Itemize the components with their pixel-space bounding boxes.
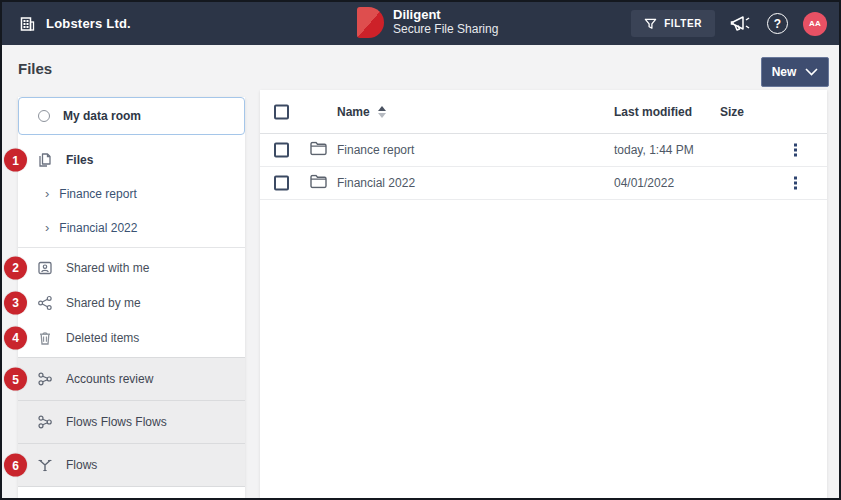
column-header-modified[interactable]: Last modified xyxy=(614,105,692,119)
filter-button[interactable]: FILTER xyxy=(631,10,715,37)
chevron-right-icon: › xyxy=(45,221,49,234)
callout-badge-4: 4 xyxy=(4,326,27,349)
company-block: Lobsters Ltd. xyxy=(2,16,131,32)
building-icon xyxy=(19,16,35,32)
row-menu-kebab-icon[interactable] xyxy=(790,173,801,194)
help-glyph: ? xyxy=(774,17,781,31)
sidebar-item-finance-report[interactable]: › Finance report xyxy=(18,177,245,211)
sidebar-item-shared-with-me[interactable]: 2 Shared with me xyxy=(18,250,245,285)
table-row[interactable]: Financial 2022 04/01/2022 xyxy=(260,167,827,200)
company-name: Lobsters Ltd. xyxy=(46,16,131,31)
table-row[interactable]: Finance report today, 1:44 PM xyxy=(260,134,827,167)
sidebar-flows-section: 5 Accounts review Flows Flows Flows xyxy=(18,357,245,487)
junction-icon xyxy=(37,457,53,473)
select-all-cell xyxy=(274,104,289,119)
name-column-label: Name xyxy=(337,105,370,119)
row-menu-kebab-icon[interactable] xyxy=(790,140,801,161)
sidebar-item-label: Financial 2022 xyxy=(59,221,137,235)
trash-icon xyxy=(37,330,53,346)
top-bar: Lobsters Ltd. Diligent Secure File Shari… xyxy=(2,2,839,45)
avatar-initials: AA xyxy=(809,19,821,28)
callout-badge-1: 1 xyxy=(4,149,27,172)
brand-text: Diligent Secure File Sharing xyxy=(393,8,498,37)
row-select-cell xyxy=(274,143,289,158)
row-checkbox[interactable] xyxy=(274,176,289,191)
sidebar-item-deleted-items[interactable]: 4 Deleted items xyxy=(18,320,245,355)
page-title: Files xyxy=(18,60,52,77)
folder-icon xyxy=(310,175,327,192)
sort-icon xyxy=(378,106,386,118)
new-button-label: New xyxy=(772,65,797,79)
topbar-actions: FILTER ? AA xyxy=(631,2,827,45)
files-icon xyxy=(37,152,53,168)
chevron-right-icon: › xyxy=(45,187,49,200)
file-name[interactable]: Finance report xyxy=(337,143,414,157)
table-header-row: Name Last modified Size xyxy=(260,90,827,134)
sidebar: My data room 1 Files › Finance report › … xyxy=(18,97,245,498)
chevron-down-icon xyxy=(805,68,818,76)
callout-badge-3: 3 xyxy=(4,291,27,314)
sidebar-item-shared-by-me[interactable]: 3 Shared by me xyxy=(18,285,245,320)
column-header-size[interactable]: Size xyxy=(720,105,744,119)
select-all-checkbox[interactable] xyxy=(274,104,289,119)
announcements-icon[interactable] xyxy=(730,14,752,34)
dataroom-circle-icon xyxy=(38,110,50,122)
file-modified: 04/01/2022 xyxy=(614,176,674,190)
filter-label: FILTER xyxy=(664,18,702,29)
brand-title: Diligent xyxy=(393,8,498,23)
dataroom-label: My data room xyxy=(63,109,141,123)
sidebar-item-financial-2022[interactable]: › Financial 2022 xyxy=(18,211,245,245)
folder-icon xyxy=(310,142,327,159)
sidebar-item-label: Deleted items xyxy=(66,331,139,345)
brand-block: Diligent Secure File Sharing xyxy=(357,7,498,38)
file-name[interactable]: Financial 2022 xyxy=(337,176,415,190)
sidebar-item-my-data-room[interactable]: My data room xyxy=(18,97,245,135)
diligent-logo-icon xyxy=(357,7,384,38)
workflow-icon xyxy=(37,414,53,430)
shared-with-me-icon xyxy=(37,260,53,276)
sidebar-item-flows[interactable]: 6 Flows xyxy=(18,444,245,487)
help-icon[interactable]: ? xyxy=(767,13,788,34)
column-header-name[interactable]: Name xyxy=(337,105,386,119)
sidebar-item-flows-flows-flows[interactable]: Flows Flows Flows xyxy=(18,401,245,444)
sidebar-item-label: Shared by me xyxy=(66,296,141,310)
row-checkbox[interactable] xyxy=(274,143,289,158)
callout-badge-5: 5 xyxy=(4,368,27,391)
funnel-icon xyxy=(644,17,657,30)
sidebar-item-label: Finance report xyxy=(59,187,136,201)
sidebar-item-files[interactable]: 1 Files xyxy=(18,143,245,177)
brand-subtitle: Secure File Sharing xyxy=(393,23,498,37)
callout-badge-6: 6 xyxy=(4,454,27,477)
sidebar-divider xyxy=(18,247,245,248)
share-icon xyxy=(37,295,53,311)
user-avatar[interactable]: AA xyxy=(803,12,827,36)
sidebar-item-accounts-review[interactable]: 5 Accounts review xyxy=(18,358,245,401)
file-modified: today, 1:44 PM xyxy=(614,143,694,157)
sidebar-item-label: Flows Flows Flows xyxy=(66,415,167,429)
new-button[interactable]: New xyxy=(761,57,829,87)
file-table: Name Last modified Size Finance report t… xyxy=(260,90,827,498)
sidebar-item-label: Files xyxy=(66,153,93,167)
callout-badge-2: 2 xyxy=(4,256,27,279)
sidebar-item-label: Shared with me xyxy=(66,261,149,275)
row-select-cell xyxy=(274,176,289,191)
sidebar-item-label: Accounts review xyxy=(66,372,153,386)
workflow-icon xyxy=(37,371,53,387)
sidebar-item-label: Flows xyxy=(66,458,97,472)
sidebar-nav: 1 Files › Finance report › Financial 202… xyxy=(18,143,245,487)
